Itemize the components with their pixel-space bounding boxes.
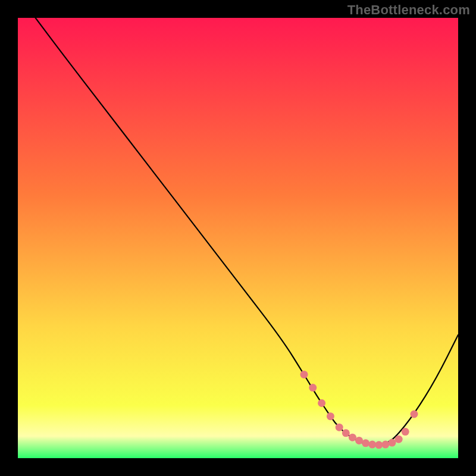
chart-frame: TheBottleneck.com <box>0 0 476 476</box>
highlight-marker <box>368 441 376 449</box>
highlight-marker <box>309 384 317 392</box>
highlight-marker <box>395 436 403 443</box>
gradient-background <box>18 18 458 458</box>
highlight-marker <box>300 371 308 378</box>
highlight-marker <box>342 429 350 437</box>
highlight-marker <box>327 412 334 420</box>
highlight-marker <box>355 437 363 444</box>
chart-svg <box>18 18 458 458</box>
highlight-marker <box>349 434 356 441</box>
highlight-marker <box>336 424 343 431</box>
highlight-marker <box>375 441 383 449</box>
plot-area <box>18 18 458 458</box>
highlight-marker <box>411 411 418 418</box>
highlight-marker <box>318 399 325 407</box>
highlight-marker <box>362 439 369 447</box>
highlight-marker <box>389 439 396 447</box>
watermark-text: TheBottleneck.com <box>347 2 470 18</box>
highlight-marker <box>402 428 409 436</box>
highlight-marker <box>381 441 389 449</box>
